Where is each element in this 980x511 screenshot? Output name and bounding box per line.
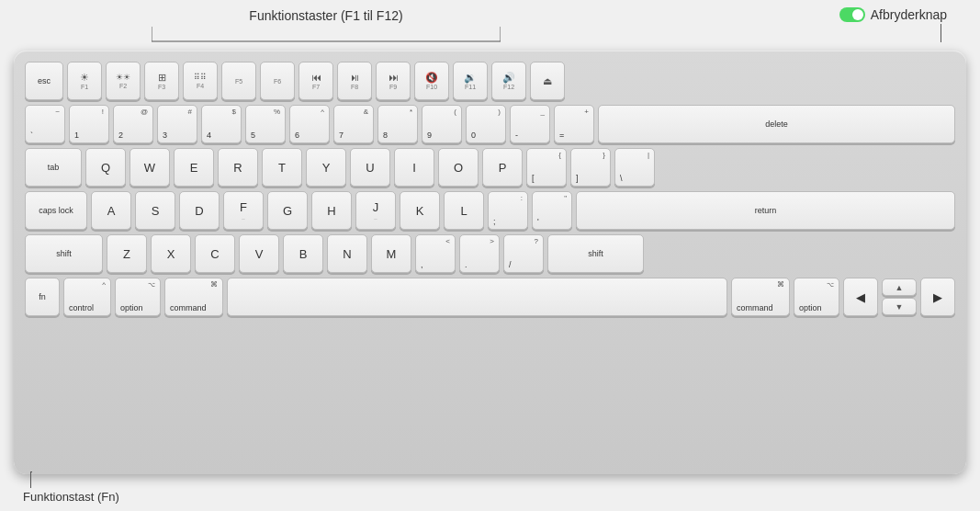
key-f11[interactable]: 🔉 F11 (453, 62, 488, 100)
fn-bracket-line (30, 471, 32, 488)
key-g[interactable]: G (267, 191, 308, 230)
key-f6[interactable]: F6 (260, 62, 295, 100)
key-f10[interactable]: 🔇 F10 (414, 62, 449, 100)
key-l[interactable]: L (444, 191, 484, 230)
key-quote[interactable]: " ' (532, 191, 572, 230)
key-eject[interactable]: ⏏ (530, 62, 565, 100)
key-return[interactable]: return (576, 191, 955, 230)
key-5[interactable]: % 5 (245, 105, 286, 143)
key-7[interactable]: & 7 (333, 105, 374, 143)
key-p[interactable]: P (482, 148, 523, 187)
key-4[interactable]: $ 4 (201, 105, 242, 143)
bottom-row: fn ^ control ⌥ option ⌘ command ⌘ comman… (25, 278, 955, 316)
key-f9[interactable]: ⏭ F9 (376, 62, 411, 100)
key-1[interactable]: ! 1 (69, 105, 109, 143)
number-row: ~ ` ! 1 @ 2 # 3 $ 4 % 5 (25, 105, 955, 143)
key-8[interactable]: * 8 (377, 105, 418, 143)
key-backslash[interactable]: | \ (614, 148, 655, 187)
key-minus[interactable]: _ - (510, 105, 550, 143)
key-right-bracket[interactable]: } ] (570, 148, 611, 187)
key-d[interactable]: D (179, 191, 220, 230)
key-s[interactable]: S (135, 191, 175, 230)
key-y[interactable]: Y (306, 148, 346, 187)
key-b[interactable]: B (283, 234, 323, 273)
key-e[interactable]: E (174, 148, 214, 187)
key-2[interactable]: @ 2 (113, 105, 153, 143)
key-c[interactable]: C (195, 234, 235, 273)
power-toggle-icon (839, 7, 865, 22)
fn-key-row: esc ☀ F1 ☀☀ F2 ⊞ F3 (25, 62, 955, 100)
key-k[interactable]: K (400, 191, 440, 230)
key-3[interactable]: # 3 (157, 105, 197, 143)
key-r[interactable]: R (218, 148, 258, 187)
key-semicolon[interactable]: : ; (488, 191, 528, 230)
key-equals[interactable]: + = (554, 105, 594, 143)
key-caps-lock[interactable]: caps lock (25, 191, 87, 230)
key-u[interactable]: U (350, 148, 390, 187)
key-f8[interactable]: ⏯ F8 (337, 62, 372, 100)
fn-keys-bracket (152, 25, 501, 43)
key-f1[interactable]: ☀ F1 (67, 62, 102, 100)
key-a[interactable]: A (91, 191, 131, 230)
key-option-left[interactable]: ⌥ option (115, 278, 161, 316)
keyboard: esc ☀ F1 ☀☀ F2 ⊞ F3 (14, 51, 966, 474)
key-v[interactable]: V (239, 234, 279, 273)
key-q[interactable]: Q (85, 148, 126, 187)
power-label-text: Afbryderknap (871, 7, 947, 22)
key-option-right[interactable]: ⌥ option (794, 278, 839, 316)
key-control[interactable]: ^ control (63, 278, 111, 316)
key-tab[interactable]: tab (25, 148, 82, 187)
key-t[interactable]: T (262, 148, 302, 187)
key-h[interactable]: H (311, 191, 352, 230)
key-f2[interactable]: ☀☀ F2 (106, 62, 141, 100)
key-o[interactable]: O (438, 148, 479, 187)
key-0[interactable]: ) 0 (466, 105, 506, 143)
keyboard-wrapper: esc ☀ F1 ☀☀ F2 ⊞ F3 (14, 51, 966, 474)
key-f5[interactable]: F5 (221, 62, 256, 100)
key-delete[interactable]: delete (598, 105, 955, 143)
key-arrow-left[interactable]: ◀ (843, 278, 878, 316)
key-f[interactable]: F _ (223, 191, 264, 230)
power-label-container: Afbryderknap (839, 7, 947, 22)
key-f7[interactable]: ⏮ F7 (299, 62, 333, 100)
key-arrow-down[interactable]: ▼ (882, 298, 917, 315)
key-9[interactable]: ( 9 (422, 105, 462, 143)
asdf-row: caps lock A S D F _ G H (25, 191, 955, 230)
key-fn[interactable]: fn (25, 278, 60, 316)
key-command-left[interactable]: ⌘ command (164, 278, 223, 316)
key-w[interactable]: W (130, 148, 170, 187)
qwerty-row: tab Q W E R T Y U I (25, 148, 955, 187)
key-f3[interactable]: ⊞ F3 (144, 62, 179, 100)
power-bracket-line (839, 24, 941, 42)
key-j[interactable]: J _ (355, 191, 396, 230)
key-period[interactable]: > . (459, 234, 500, 273)
key-esc[interactable]: esc (25, 62, 63, 100)
key-shift-left[interactable]: shift (25, 234, 103, 273)
key-f4[interactable]: ⠿⠿ F4 (183, 62, 218, 100)
key-slash[interactable]: ? / (503, 234, 544, 273)
fn-key-label: Funktionstast (Fn) (23, 490, 119, 504)
zxcv-row: shift Z X C V B N M < (25, 234, 955, 273)
key-m[interactable]: M (371, 234, 411, 273)
key-n[interactable]: N (327, 234, 367, 273)
key-z[interactable]: Z (107, 234, 147, 273)
key-x[interactable]: X (151, 234, 191, 273)
arrow-keys-group: ◀ ▲ ▼ ▶ (843, 278, 955, 316)
top-annotation: Funktionstaster (F1 til F12) (152, 7, 501, 43)
key-backtick[interactable]: ~ ` (25, 105, 65, 143)
key-arrow-right[interactable]: ▶ (920, 278, 955, 316)
key-comma[interactable]: < , (415, 234, 456, 273)
key-left-bracket[interactable]: { [ (526, 148, 567, 187)
key-shift-right[interactable]: shift (547, 234, 644, 273)
key-command-right[interactable]: ⌘ command (731, 278, 790, 316)
power-annotation: Afbryderknap (839, 7, 947, 42)
key-space[interactable] (227, 278, 727, 316)
fn-key-annotation: Funktionstast (Fn) (23, 471, 119, 504)
key-6[interactable]: ^ 6 (289, 105, 330, 143)
key-arrow-up[interactable]: ▲ (882, 278, 917, 296)
key-i[interactable]: I (394, 148, 434, 187)
fn-keys-label: Funktionstaster (F1 til F12) (152, 8, 501, 23)
arrow-up-down: ▲ ▼ (882, 278, 917, 315)
key-f12[interactable]: 🔊 F12 (491, 62, 526, 100)
